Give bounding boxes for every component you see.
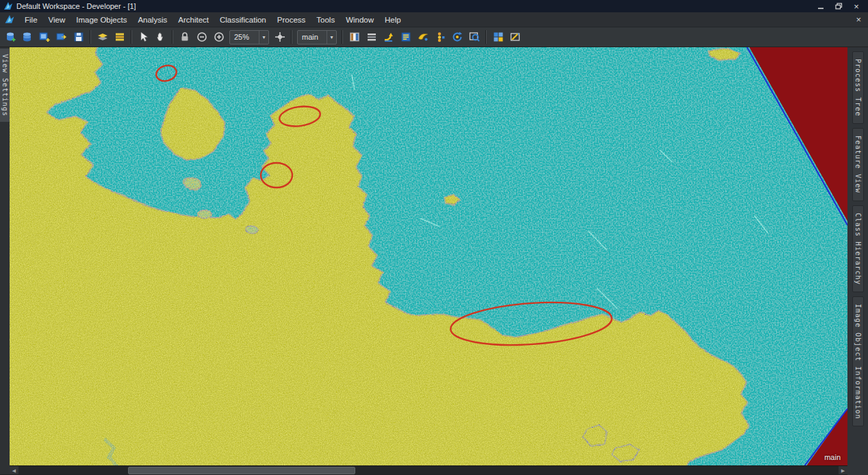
scroll-left-icon: ◀ <box>12 468 16 474</box>
tab-image-object-information[interactable]: Image Object Information <box>852 296 864 427</box>
scrollbar-thumb[interactable] <box>128 467 355 474</box>
document-logo-icon <box>4 14 15 25</box>
samples-view-icon[interactable] <box>431 29 448 45</box>
classified-scene[interactable] <box>10 47 847 465</box>
minimize-button[interactable] <box>812 1 830 12</box>
tab-class-hierarchy-label: Class Hierarchy <box>854 213 862 285</box>
tab-feature-view-label: Feature View <box>854 136 862 193</box>
add-scene-icon[interactable] <box>36 29 53 45</box>
zoom-out-icon[interactable] <box>193 29 210 45</box>
toolbar-separator <box>131 30 132 44</box>
tab-process-tree[interactable]: Process Tree <box>852 51 864 124</box>
menu-process[interactable]: Process <box>272 14 311 25</box>
toolbar: 25% ▾ main ▾ <box>0 27 868 47</box>
title-bar: Default Workspace - Developer - [1] × <box>0 0 868 12</box>
magnifier-window-icon[interactable] <box>465 29 483 45</box>
menu-help[interactable]: Help <box>379 14 407 25</box>
window-title: Default Workspace - Developer - [1] <box>16 2 812 10</box>
left-panel-strip: View Settings <box>0 47 10 475</box>
viewer-map-label: main <box>824 453 841 461</box>
tab-class-hierarchy[interactable]: Class Hierarchy <box>852 205 864 292</box>
tab-view-settings-label: View Settings <box>1 54 9 116</box>
tab-process-tree-label: Process Tree <box>854 59 862 116</box>
layer-mixing-icon[interactable] <box>111 29 128 45</box>
save-project-icon[interactable] <box>70 29 87 45</box>
lake-region <box>244 227 257 235</box>
close-icon: × <box>854 2 859 11</box>
document-close-button[interactable]: × <box>849 14 868 25</box>
map-select[interactable]: main ▾ <box>297 30 337 44</box>
chevron-down-icon[interactable]: ▾ <box>327 31 336 44</box>
horizontal-scrollbar[interactable]: ◀ ▶ <box>10 465 847 475</box>
compare-view-icon[interactable] <box>489 29 507 45</box>
classification-transparency-icon[interactable] <box>414 29 431 45</box>
image-view-icon[interactable] <box>346 29 363 45</box>
menu-image-objects[interactable]: Image Objects <box>71 14 132 25</box>
restore-icon <box>835 3 843 10</box>
zoom-select[interactable]: 25% ▾ <box>229 30 269 44</box>
toolbar-separator <box>90 30 91 44</box>
feature-view-icon[interactable] <box>448 29 465 45</box>
menu-classification[interactable]: Classification <box>214 14 272 25</box>
lake-region <box>199 209 212 218</box>
menu-tools[interactable]: Tools <box>311 14 340 25</box>
close-button[interactable]: × <box>847 1 865 12</box>
menu-window[interactable]: Window <box>340 14 379 25</box>
select-cursor-icon[interactable] <box>135 29 152 45</box>
tab-view-settings[interactable]: View Settings <box>0 49 10 122</box>
toolbar-separator <box>485 30 487 44</box>
edit-layer-mixing-icon[interactable] <box>94 29 111 45</box>
lake-region <box>183 177 200 188</box>
menu-architect[interactable]: Architect <box>173 14 214 25</box>
pixel-object-view-icon[interactable] <box>380 29 397 45</box>
toolbar-separator <box>172 30 173 44</box>
image-viewer[interactable]: main <box>10 47 847 465</box>
app-logo-icon <box>3 1 13 11</box>
lock-zoom-icon[interactable] <box>176 29 193 45</box>
zoom-value: 25% <box>230 33 259 41</box>
import-data-icon[interactable] <box>53 29 70 45</box>
center-view-icon[interactable] <box>271 29 288 45</box>
open-project-icon[interactable] <box>18 29 36 45</box>
menu-analysis[interactable]: Analysis <box>132 14 173 25</box>
zoom-in-icon[interactable] <box>210 29 227 45</box>
show-outlines-icon[interactable] <box>363 29 380 45</box>
tab-feature-view[interactable]: Feature View <box>852 128 864 201</box>
new-project-icon[interactable] <box>1 29 18 45</box>
menu-file[interactable]: File <box>19 14 43 25</box>
tab-image-object-information-label: Image Object Information <box>854 304 862 420</box>
toolbar-separator <box>342 30 343 44</box>
toolbar-separator <box>291 30 292 44</box>
right-panel-strip: Process Tree Feature View Class Hierarch… <box>847 47 868 475</box>
pan-hand-icon[interactable] <box>152 29 169 45</box>
menu-bar: File View Image Objects Analysis Archite… <box>0 12 868 27</box>
map-select-value: main <box>298 33 327 41</box>
minimize-icon <box>817 3 824 10</box>
chevron-down-icon[interactable]: ▾ <box>259 31 268 44</box>
main-content: View Settings <box>0 47 868 475</box>
menu-view[interactable]: View <box>43 14 71 25</box>
image-object-info-icon[interactable] <box>397 29 414 45</box>
scroll-right-icon: ▶ <box>841 468 845 474</box>
restore-button[interactable] <box>830 1 847 12</box>
swipe-view-icon[interactable] <box>507 29 524 45</box>
